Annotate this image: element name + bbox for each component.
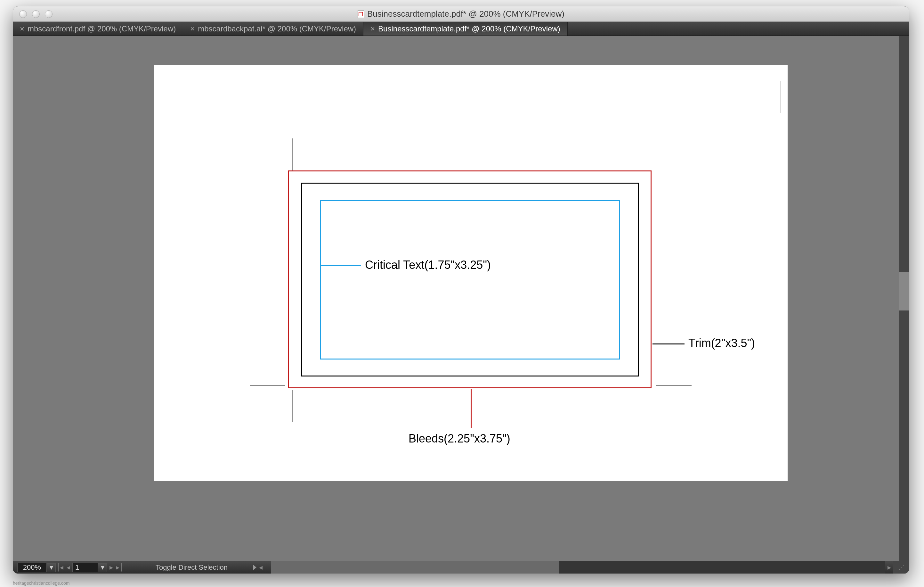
bleed-label: Bleeds(2.25"x3.75") [409,432,510,445]
zoom-dropdown-button[interactable]: ▾ [47,563,56,572]
horizontal-scroll-thumb[interactable] [271,561,559,574]
close-icon[interactable]: × [20,25,24,33]
zoom-level-field[interactable]: 200% [17,563,47,572]
tab-label: Businesscardtemplate.pdf* @ 200% (CMYK/P… [378,24,560,33]
critical-text-box [320,200,620,359]
pdf-icon [358,10,364,18]
trim-label: Trim(2"x3.5") [688,336,755,350]
document-tab-active[interactable]: × Businesscardtemplate.pdf* @ 200% (CMYK… [363,22,568,36]
horizontal-scrollbar[interactable] [271,561,885,574]
window-controls [13,10,53,18]
scroll-right-button[interactable]: ▸ [885,563,893,572]
crop-mark [656,174,691,174]
crop-mark [250,385,285,386]
next-page-button[interactable]: ▸ [107,563,115,572]
zoom-window-button[interactable] [45,10,53,18]
callout-line [471,389,472,428]
statusbar: 200% ▾ ⎮◂ ◂ 1 ▾ ▸ ▸⎮ Toggle Direct Selec… [13,561,909,574]
watermark-text: heritagechristiancollege.com [13,580,69,586]
page-number-field[interactable]: 1 [73,563,98,572]
titlebar: Businesscardtemplate.pdf* @ 200% (CMYK/P… [13,7,909,22]
app-window: Businesscardtemplate.pdf* @ 200% (CMYK/P… [13,7,909,574]
crop-mark [250,174,285,174]
crop-mark [648,390,648,422]
critical-text-label: Critical Text(1.75"x3.25") [365,258,491,272]
close-icon[interactable]: × [370,25,375,33]
document-tab[interactable]: × mbscardbackpat.ai* @ 200% (CMYK/Previe… [183,22,363,36]
prev-page-button[interactable]: ◂ [64,563,73,572]
crop-mark [656,385,691,386]
scroll-left-button[interactable]: ◂ [256,563,265,572]
chevron-down-icon: ▾ [50,563,53,572]
close-icon[interactable]: × [190,25,195,33]
page-dropdown-button[interactable]: ▾ [98,563,107,572]
window-title-text: Businesscardtemplate.pdf* @ 200% (CMYK/P… [367,9,564,19]
minimize-window-button[interactable] [32,10,40,18]
close-window-button[interactable] [19,10,27,18]
vertical-scrollbar[interactable] [899,36,909,561]
callout-line [321,265,361,266]
window-title: Businesscardtemplate.pdf* @ 200% (CMYK/P… [358,9,564,19]
callout-line [652,344,685,344]
document-tab[interactable]: × mbscardfront.pdf @ 200% (CMYK/Preview) [13,22,183,36]
crop-mark [648,139,648,170]
document-tabbar: × mbscardfront.pdf @ 200% (CMYK/Preview)… [13,22,909,36]
grip-icon: ⋰ [898,564,904,571]
tool-hint-text: Toggle Direct Selection [156,563,228,572]
last-page-button[interactable]: ▸⎮ [115,563,124,572]
tab-label: mbscardfront.pdf @ 200% (CMYK/Preview) [28,24,176,33]
vertical-scroll-thumb[interactable] [899,272,909,311]
artboard: Critical Text(1.75"x3.25") Trim(2"x3.5")… [153,65,788,481]
first-page-button[interactable]: ⎮◂ [56,563,64,572]
window-resize-grip[interactable]: ⋰ [893,561,909,574]
tab-label: mbscardbackpat.ai* @ 200% (CMYK/Preview) [198,24,356,33]
crop-mark [780,81,781,113]
crop-mark [292,139,293,170]
expand-panel-icon[interactable] [253,565,256,570]
chevron-down-icon: ▾ [101,563,104,572]
crop-mark [292,390,293,422]
canvas-viewport[interactable]: Critical Text(1.75"x3.25") Trim(2"x3.5")… [13,36,909,561]
